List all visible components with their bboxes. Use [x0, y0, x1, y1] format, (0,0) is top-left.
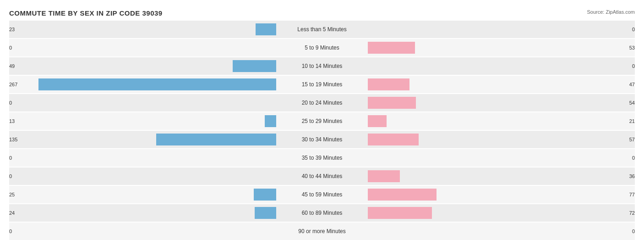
chart-title: COMMUTE TIME BY SEX IN ZIP CODE 39039: [9, 9, 635, 17]
row-label: 25 to 29 Minutes: [276, 118, 368, 124]
bar-row: 035 to 39 Minutes0: [9, 149, 635, 167]
row-label: 60 to 89 Minutes: [276, 210, 368, 216]
bar-row: 040 to 44 Minutes36: [9, 167, 635, 185]
bar-row: 1325 to 29 Minutes21: [9, 112, 635, 130]
bar-male: [233, 60, 276, 72]
bar-male: [38, 78, 276, 90]
male-value: 0: [9, 173, 12, 179]
male-value: 24: [9, 210, 15, 216]
bar-row: 2460 to 89 Minutes72: [9, 204, 635, 222]
female-value: 47: [629, 82, 635, 87]
female-value: 21: [629, 118, 635, 124]
female-value: 53: [629, 45, 635, 50]
female-value: 57: [629, 137, 635, 142]
male-value: 0: [9, 155, 12, 161]
chart-area: 23Less than 5 Minutes005 to 9 Minutes534…: [9, 21, 635, 240]
row-label: 45 to 59 Minutes: [276, 191, 368, 198]
female-value: 0: [632, 27, 635, 32]
male-value: 0: [9, 45, 12, 50]
female-value: 77: [629, 192, 635, 197]
row-label: 30 to 34 Minutes: [276, 136, 368, 143]
row-label: 5 to 9 Minutes: [276, 45, 368, 51]
bar-male: [256, 23, 276, 35]
bar-row: 26715 to 19 Minutes47: [9, 76, 635, 93]
source-text: Source: ZipAtlas.com: [587, 9, 635, 15]
bar-row: 23Less than 5 Minutes0: [9, 21, 635, 38]
male-value: 13: [9, 118, 15, 124]
bar-male: [255, 207, 276, 219]
male-value: 0: [9, 100, 12, 106]
row-label: Less than 5 Minutes: [276, 26, 368, 33]
chart-container: COMMUTE TIME BY SEX IN ZIP CODE 39039 So…: [0, 5, 644, 240]
bar-female: [368, 97, 416, 109]
female-value: 72: [629, 210, 635, 216]
male-value: 0: [9, 229, 12, 234]
female-value: 36: [629, 173, 635, 179]
row-label: 40 to 44 Minutes: [276, 173, 368, 179]
bar-male: [254, 189, 276, 201]
row-label: 35 to 39 Minutes: [276, 155, 368, 161]
bar-male: [265, 115, 276, 127]
female-value: 0: [632, 63, 635, 69]
bar-female: [368, 207, 432, 219]
bar-female: [368, 189, 437, 201]
bar-row: 05 to 9 Minutes53: [9, 39, 635, 56]
row-label: 10 to 14 Minutes: [276, 63, 368, 69]
bar-female: [368, 134, 419, 145]
female-value: 0: [632, 229, 635, 234]
male-value: 23: [9, 27, 15, 32]
male-value: 135: [9, 137, 17, 142]
bar-row: 2545 to 59 Minutes77: [9, 186, 635, 203]
female-value: 0: [632, 155, 635, 161]
bar-male: [156, 134, 276, 145]
female-value: 54: [629, 100, 635, 106]
bar-female: [368, 42, 415, 54]
row-label: 20 to 24 Minutes: [276, 100, 368, 106]
bar-row: 13530 to 34 Minutes57: [9, 131, 635, 148]
bar-female: [368, 78, 409, 90]
bar-female: [368, 115, 387, 127]
row-label: 15 to 19 Minutes: [276, 81, 368, 88]
row-label: 90 or more Minutes: [276, 228, 368, 234]
bar-row: 090 or more Minutes0: [9, 223, 635, 240]
male-value: 267: [9, 82, 17, 87]
bar-row: 4910 to 14 Minutes0: [9, 57, 635, 75]
male-value: 49: [9, 63, 15, 69]
bar-row: 020 to 24 Minutes54: [9, 94, 635, 112]
male-value: 25: [9, 192, 15, 197]
bar-female: [368, 170, 400, 182]
